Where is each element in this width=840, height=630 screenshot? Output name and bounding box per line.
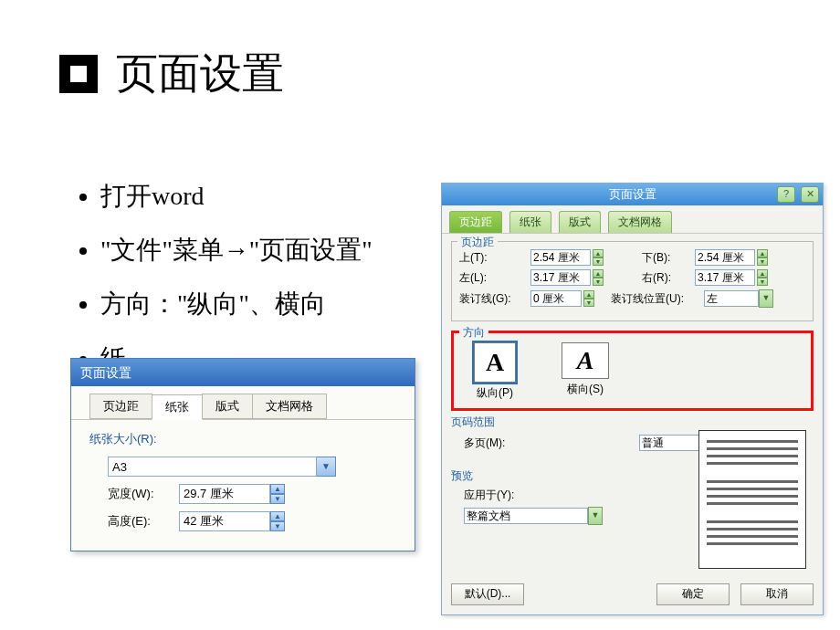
- title-text: 页面设置: [116, 46, 284, 102]
- landscape-icon: A: [562, 342, 609, 379]
- group-legend: 方向: [459, 325, 488, 341]
- label-gutter-pos: 装订线位置(U):: [611, 291, 698, 307]
- label-height: 高度(E):: [108, 513, 172, 530]
- combo-gutter-pos[interactable]: ▼: [704, 289, 773, 308]
- tab-layout[interactable]: 版式: [202, 394, 253, 419]
- landscape-label: 横向(S): [562, 382, 609, 397]
- input-bottom[interactable]: [695, 249, 755, 266]
- page-setup-dialog: 页面设置 ? ✕ 页边距 纸张 版式 文档网格 页边距 上(T): ▲▼ 下(B…: [441, 183, 824, 615]
- bullet-list: 打开word "文件"菜单→"页面设置" 方向："纵向"、横向 纸: [46, 172, 466, 388]
- tabs: 页边距 纸张 版式 文档网格: [442, 205, 823, 234]
- label-bottom: 下(B):: [642, 250, 689, 266]
- input-apply[interactable]: [464, 508, 588, 524]
- label-apply: 应用于(Y):: [464, 488, 514, 503]
- close-button[interactable]: ✕: [801, 186, 819, 203]
- combo-paper-size[interactable]: ▼: [108, 457, 336, 477]
- tab-margins[interactable]: 页边距: [449, 211, 502, 233]
- spinner-bottom[interactable]: ▲▼: [695, 249, 768, 266]
- group-legend: 页码范围: [451, 415, 495, 428]
- spinner-top[interactable]: ▲▼: [530, 249, 604, 266]
- orientation-landscape[interactable]: A 横向(S): [562, 342, 609, 401]
- label-paper-size: 纸张大小(R):: [89, 431, 396, 447]
- bullet-item: 方向："纵向"、横向: [100, 279, 466, 328]
- group-legend: 页边距: [457, 235, 498, 250]
- input-gutter[interactable]: [530, 290, 582, 307]
- chevron-down-icon[interactable]: ▼: [317, 457, 336, 477]
- input-gutter-pos[interactable]: [704, 290, 759, 307]
- orientation-group: 方向 A 纵向(P) A 横向(S): [451, 331, 814, 411]
- label-top: 上(T):: [459, 250, 525, 266]
- portrait-icon: A: [474, 342, 516, 383]
- label-left: 左(L):: [459, 270, 525, 286]
- ok-button[interactable]: 确定: [656, 583, 730, 605]
- tab-paper[interactable]: 纸张: [509, 211, 551, 233]
- portrait-label: 纵向(P): [474, 385, 516, 401]
- cancel-button[interactable]: 取消: [740, 583, 814, 605]
- bullet-item: "文件"菜单→"页面设置": [100, 226, 466, 274]
- page-preview-icon: [698, 430, 806, 569]
- dialog-title: 页面设置: [609, 187, 656, 201]
- spinner-height[interactable]: ▲▼: [179, 511, 285, 531]
- orientation-portrait[interactable]: A 纵向(P): [474, 342, 516, 401]
- help-button[interactable]: ?: [777, 186, 795, 203]
- input-right[interactable]: [695, 269, 755, 286]
- spinner-right[interactable]: ▲▼: [695, 269, 768, 286]
- chevron-down-icon[interactable]: ▼: [588, 507, 603, 525]
- slide-title: 页面设置: [59, 46, 284, 102]
- spinner-left[interactable]: ▲▼: [530, 269, 604, 286]
- label-width: 宽度(W):: [108, 486, 172, 502]
- default-button[interactable]: 默认(D)...: [451, 583, 524, 605]
- margins-group: 页边距 上(T): ▲▼ 下(B): ▲▼ 左(L): ▲▼: [451, 241, 814, 321]
- dialog-titlebar[interactable]: 页面设置 ? ✕: [442, 184, 823, 205]
- tab-grid[interactable]: 文档网格: [252, 394, 327, 419]
- spinner-width[interactable]: ▲▼: [179, 484, 285, 504]
- label-gutter: 装订线(G):: [459, 291, 525, 307]
- tab-margins[interactable]: 页边距: [89, 394, 152, 419]
- tab-grid[interactable]: 文档网格: [608, 211, 672, 233]
- tab-layout[interactable]: 版式: [559, 211, 601, 233]
- label-right: 右(R):: [642, 270, 689, 286]
- combo-apply[interactable]: ▼: [464, 507, 603, 525]
- bullet-square-icon: [59, 55, 98, 93]
- dialog-title: 页面设置: [80, 365, 131, 380]
- input-paper-size[interactable]: [108, 457, 317, 477]
- paper-dialog: 页面设置 页边距 纸张 版式 文档网格 纸张大小(R): ▼ 宽度(W): ▲▼…: [70, 358, 415, 551]
- group-legend: 预览: [451, 469, 473, 482]
- spinner-gutter[interactable]: ▲▼: [530, 290, 594, 307]
- tab-paper[interactable]: 纸张: [152, 394, 203, 420]
- dialog-titlebar[interactable]: 页面设置: [71, 359, 415, 386]
- label-multi: 多页(M):: [451, 436, 519, 451]
- chevron-down-icon[interactable]: ▼: [759, 289, 773, 308]
- tabs: 页边距 纸张 版式 文档网格: [71, 386, 415, 420]
- input-left[interactable]: [530, 269, 591, 286]
- input-width[interactable]: [179, 484, 270, 504]
- input-top[interactable]: [530, 249, 591, 266]
- input-height[interactable]: [179, 511, 270, 531]
- bullet-item: 打开word: [100, 172, 466, 220]
